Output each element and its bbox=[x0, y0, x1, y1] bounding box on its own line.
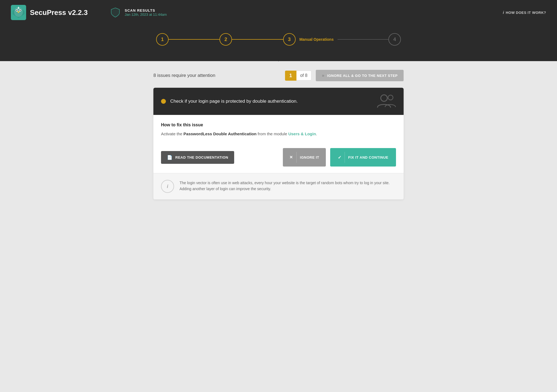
app-logo-icon bbox=[11, 5, 26, 20]
document-icon: 📄 bbox=[167, 155, 173, 160]
step-4-number: 4 bbox=[393, 37, 396, 42]
issue-title: Check if your login page is protected by… bbox=[170, 99, 298, 104]
step-line-1 bbox=[169, 39, 219, 40]
x-icon: ✕ bbox=[289, 155, 293, 160]
issues-summary-text: 8 issues require your attention bbox=[153, 73, 281, 78]
read-docs-button[interactable]: 📄 READ THE DOCUMENTATION bbox=[161, 151, 234, 164]
users-login-link[interactable]: Users & Login bbox=[288, 131, 316, 136]
app-title: SecuPress v2.2.3 bbox=[30, 8, 88, 17]
fix-desc-mid: from the module bbox=[256, 131, 288, 136]
info-section: i The login vector is often use in web a… bbox=[153, 173, 404, 199]
fix-description: Activate the PasswordLess Double Authent… bbox=[161, 131, 396, 137]
issue-body: How to fix this issue Activate the Passw… bbox=[153, 115, 404, 143]
step-bar: 1 2 3 Manual Operations 4 bbox=[156, 33, 401, 54]
step-2-number: 2 bbox=[224, 37, 227, 42]
ignore-it-button[interactable]: ✕ IGNORE IT bbox=[283, 148, 326, 167]
step-3-circle[interactable]: 3 bbox=[283, 33, 296, 46]
svg-point-7 bbox=[20, 10, 21, 11]
issue-card: Check if your login page is protected by… bbox=[153, 88, 404, 199]
fix-desc-suffix: . bbox=[316, 131, 317, 136]
ignore-all-button[interactable]: » IGNORE ALL & GO TO THE NEXT STEP bbox=[316, 70, 404, 81]
action-buttons-row: 📄 READ THE DOCUMENTATION ✕ IGNORE IT ✓ F… bbox=[153, 143, 404, 173]
svg-point-6 bbox=[16, 10, 17, 11]
info-icon: i bbox=[503, 10, 504, 15]
chevron-right-icon: » bbox=[322, 73, 324, 78]
issue-counter: 1 of 8 bbox=[285, 71, 312, 81]
how-it-works-button[interactable]: i HOW DOES IT WORK? bbox=[503, 10, 546, 15]
issue-status-dot bbox=[161, 99, 166, 104]
scan-shield-icon bbox=[110, 7, 121, 18]
scan-results-area: SCAN RESULTS Jan 12th, 2023 at 11:44am bbox=[110, 7, 167, 18]
step-line-2 bbox=[232, 39, 283, 40]
issues-bar: 8 issues require your attention 1 of 8 »… bbox=[153, 70, 404, 81]
svg-point-10 bbox=[388, 95, 393, 100]
ignore-it-label: IGNORE IT bbox=[300, 155, 319, 159]
fix-btn-separator bbox=[345, 152, 345, 163]
scan-date: Jan 12th, 2023 at 11:44am bbox=[125, 12, 167, 17]
step-3-number: 3 bbox=[288, 37, 291, 42]
step-1-circle[interactable]: 1 bbox=[156, 33, 169, 46]
step-3-label: Manual Operations bbox=[299, 37, 334, 42]
ignore-btn-separator bbox=[296, 152, 297, 163]
how-it-works-label: HOW DOES IT WORK? bbox=[506, 11, 546, 15]
total-issues: of 8 bbox=[296, 71, 312, 80]
svg-point-9 bbox=[381, 95, 387, 101]
check-icon: ✓ bbox=[338, 155, 342, 160]
scan-text-group: SCAN RESULTS Jan 12th, 2023 at 11:44am bbox=[125, 8, 167, 17]
current-issue-number: 1 bbox=[285, 71, 296, 81]
issue-card-header: Check if your login page is protected by… bbox=[153, 88, 404, 115]
app-header: SecuPress v2.2.3 SCAN RESULTS Jan 12th, … bbox=[0, 0, 557, 25]
read-docs-label: READ THE DOCUMENTATION bbox=[175, 155, 228, 159]
main-content: 8 issues require your attention 1 of 8 »… bbox=[148, 61, 409, 210]
scan-label: SCAN RESULTS bbox=[125, 8, 167, 12]
user-icon bbox=[376, 93, 396, 109]
step-2-circle[interactable]: 2 bbox=[219, 33, 232, 46]
logo-area: SecuPress v2.2.3 bbox=[11, 5, 88, 20]
ignore-all-label: IGNORE ALL & GO TO THE NEXT STEP bbox=[327, 74, 398, 78]
fix-it-label: FIX IT AND CONTINUE bbox=[348, 155, 388, 159]
fix-title: How to fix this issue bbox=[161, 123, 396, 127]
arrow-indicator bbox=[0, 54, 557, 61]
info-circle-icon: i bbox=[161, 180, 174, 193]
progress-section: 1 2 3 Manual Operations 4 bbox=[0, 25, 557, 54]
info-text: The login vector is often use in web att… bbox=[180, 180, 396, 192]
fix-desc-prefix: Activate the bbox=[161, 131, 184, 136]
step-4-circle[interactable]: 4 bbox=[388, 33, 401, 46]
info-letter: i bbox=[167, 184, 168, 189]
fix-it-button[interactable]: ✓ FIX IT AND CONTINUE bbox=[330, 148, 396, 167]
step-1-number: 1 bbox=[161, 37, 164, 42]
fix-desc-bold: PasswordLess Double Authentication bbox=[184, 131, 257, 136]
step-line-3 bbox=[338, 39, 388, 40]
